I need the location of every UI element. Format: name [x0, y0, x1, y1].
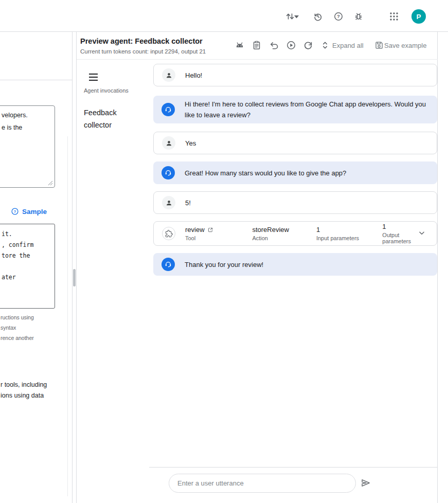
- chat-message-user: Hello!: [153, 64, 437, 86]
- replay-button[interactable]: [286, 40, 296, 50]
- goal-textarea[interactable]: velopers. e is the: [0, 105, 55, 188]
- undo-icon: [269, 40, 279, 50]
- agent-avatar-icon: [162, 103, 175, 116]
- sort-button[interactable]: [281, 11, 299, 22]
- code-line: ater: [2, 272, 55, 283]
- user-avatar-icon: [162, 68, 175, 82]
- swap-vertical-icon: [285, 11, 295, 22]
- output-count: 1: [382, 223, 386, 230]
- message-text: Hello!: [185, 70, 202, 81]
- code-line: , confirm: [2, 240, 55, 250]
- tool-column: review Tool: [185, 226, 242, 241]
- agent-avatar-icon: [162, 258, 175, 271]
- chat-message-agent: Thank you for your review!: [153, 253, 437, 276]
- tool-name: review: [185, 226, 205, 233]
- help-icon: ?: [333, 11, 344, 22]
- nav-item-agent[interactable]: Feedback collector: [84, 106, 131, 131]
- input-params-label: Input parameters: [316, 235, 372, 241]
- left-panel-header-divider: [0, 80, 72, 80]
- apps-grid-button[interactable]: [389, 11, 399, 22]
- android-robot-icon: [235, 40, 245, 50]
- action-name: storeReview: [252, 226, 289, 233]
- chat-message-user: Yes: [153, 132, 437, 154]
- agent-invocations-label: Agent invocations: [84, 87, 129, 94]
- tool-invocation-row[interactable]: review Tool storeReview Action 1 Input p…: [153, 221, 437, 246]
- tool-puzzle-icon: [162, 227, 175, 240]
- composer-divider: [149, 467, 438, 468]
- help-outline-icon: ?: [11, 207, 19, 215]
- help-button[interactable]: ?: [333, 11, 344, 22]
- dropdown-caret-icon: [294, 15, 299, 19]
- tool-type-label: Tool: [185, 235, 242, 241]
- user-avatar-icon: [162, 136, 175, 150]
- chat-message-agent: Great! How many stars would you like to …: [153, 161, 437, 184]
- refresh-button[interactable]: [303, 40, 313, 50]
- left-panel-scroll-track: [67, 136, 68, 496]
- message-text: 5!: [185, 197, 191, 208]
- user-avatar-icon: [162, 196, 175, 209]
- screen: ? P: [0, 0, 448, 503]
- agent-settings-panel: velopers. e is the ? Sample it. , confir…: [0, 32, 72, 503]
- action-type-label: Action: [252, 235, 307, 241]
- message-text: Yes: [185, 138, 196, 149]
- bug-report-button[interactable]: [353, 11, 364, 22]
- hamburger-icon: [88, 73, 98, 81]
- topbar: ? P: [0, 0, 448, 32]
- save-example-icon-button[interactable]: [374, 40, 384, 50]
- code-line: [2, 261, 55, 272]
- message-text: Hi there! I'm here to collect reviews fr…: [185, 99, 427, 120]
- clipboard-icon: [252, 40, 262, 50]
- copy-transcript-button[interactable]: [252, 40, 262, 50]
- message-text: Thank you for your review!: [185, 259, 263, 270]
- left-panel-divider: [72, 32, 73, 503]
- input-params-column: 1 Input parameters: [316, 226, 372, 241]
- token-count-subtitle: Current turn tokens count: input 2294, o…: [80, 48, 206, 55]
- svg-text:?: ?: [14, 209, 16, 214]
- goal-text: velopers. e is the: [2, 109, 28, 134]
- save-icon: [374, 40, 384, 50]
- account-avatar[interactable]: P: [411, 9, 426, 24]
- bug-report-icon: [353, 11, 364, 22]
- refresh-icon: [303, 40, 313, 50]
- play-circle-icon: [286, 40, 296, 50]
- input-count: 1: [316, 226, 320, 233]
- chevron-down-icon: [417, 228, 426, 238]
- utterance-input[interactable]: [169, 474, 356, 493]
- instructions-code-block: it. , confirm tore the ater: [0, 224, 55, 309]
- left-panel-scrollbar-thumb[interactable]: [73, 269, 76, 286]
- code-line: it.: [2, 229, 55, 240]
- unfold-more-icon: [320, 40, 330, 50]
- expand-all-button[interactable]: Expand all: [332, 42, 364, 49]
- code-line: tore the: [2, 250, 55, 261]
- undo-button[interactable]: [269, 40, 279, 50]
- instructions-hint-text: ructions using syntax rence another: [1, 312, 34, 343]
- menu-button[interactable]: [88, 73, 98, 82]
- android-preview-button[interactable]: [235, 40, 245, 50]
- apps-grid-icon: [389, 11, 399, 22]
- message-text: Great! How many stars would you like to …: [185, 168, 346, 178]
- sample-link-label: Sample: [22, 208, 47, 215]
- history-icon: [313, 11, 323, 22]
- save-example-button[interactable]: Save example: [384, 42, 426, 49]
- chat-message-user: 5!: [153, 191, 437, 214]
- tools-description-text: r tools, including ions using data: [1, 380, 47, 401]
- preview-panel-right-border: [437, 32, 438, 503]
- open-in-new-icon[interactable]: [207, 227, 213, 233]
- resize-handle-icon[interactable]: [48, 181, 53, 186]
- sample-link[interactable]: ? Sample: [11, 207, 47, 215]
- agent-avatar-icon: [162, 166, 175, 179]
- send-button[interactable]: [359, 477, 372, 490]
- history-button[interactable]: [313, 11, 323, 22]
- action-column: storeReview Action: [252, 226, 307, 241]
- preview-panel-left-border: [76, 32, 77, 503]
- preview-title: Preview agent: Feedback collector: [80, 37, 203, 45]
- preview-header-divider: [77, 59, 438, 60]
- svg-text:?: ?: [337, 13, 340, 19]
- expand-tool-details-button[interactable]: [416, 228, 427, 239]
- send-icon: [360, 477, 372, 489]
- chat-message-agent: Hi there! I'm here to collect reviews fr…: [153, 96, 437, 123]
- expand-all-icon-button[interactable]: [320, 40, 330, 50]
